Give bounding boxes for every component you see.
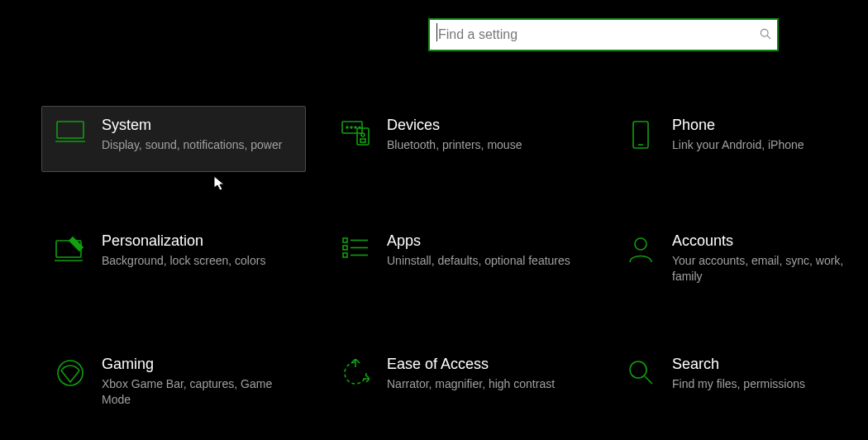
accounts-icon xyxy=(621,232,661,264)
settings-grid: System Display, sound, notifications, po… xyxy=(41,106,851,418)
tile-desc: Bluetooth, printers, mouse xyxy=(387,137,522,153)
search-input[interactable] xyxy=(430,27,754,42)
tile-title: Gaming xyxy=(102,356,293,373)
apps-icon xyxy=(336,232,375,261)
text-caret xyxy=(436,23,437,41)
personalization-icon xyxy=(50,232,90,262)
tile-accounts[interactable]: Accounts Your accounts, email, sync, wor… xyxy=(612,222,868,295)
tile-system[interactable]: System Display, sound, notifications, po… xyxy=(41,106,306,172)
svg-rect-2 xyxy=(57,122,83,138)
devices-icon xyxy=(336,117,375,148)
svg-point-6 xyxy=(351,127,352,128)
tile-devices[interactable]: Devices Bluetooth, printers, mouse xyxy=(327,106,591,172)
svg-rect-16 xyxy=(343,238,347,242)
tile-desc: Uninstall, defaults, optional features xyxy=(387,253,570,269)
tile-personalization[interactable]: Personalization Background, lock screen,… xyxy=(41,222,306,295)
tile-desc: Your accounts, email, sync, work, family xyxy=(672,253,864,285)
svg-point-10 xyxy=(361,133,365,136)
phone-icon xyxy=(621,117,661,150)
tile-ease-of-access[interactable]: Ease of Access Narrator, magnifier, high… xyxy=(327,345,591,418)
svg-line-1 xyxy=(767,36,770,39)
svg-rect-20 xyxy=(343,253,347,257)
svg-rect-18 xyxy=(343,246,347,250)
tile-desc: Xbox Game Bar, captures, Game Mode xyxy=(102,376,293,408)
tile-desc: Find my files, permissions xyxy=(672,376,805,392)
tile-title: Accounts xyxy=(672,232,864,250)
svg-point-24 xyxy=(630,361,646,378)
tile-desc: Narrator, magnifier, high contrast xyxy=(387,376,555,392)
tile-title: Devices xyxy=(387,117,522,134)
tile-title: Search xyxy=(672,356,805,373)
ease-of-access-icon xyxy=(336,356,375,387)
tile-desc: Link your Android, iPhone xyxy=(672,137,804,153)
tile-title: Apps xyxy=(387,232,570,250)
svg-line-25 xyxy=(645,376,652,384)
svg-point-0 xyxy=(761,29,768,36)
tile-title: Personalization xyxy=(102,232,265,250)
tile-phone[interactable]: Phone Link your Android, iPhone xyxy=(612,106,868,172)
gaming-icon xyxy=(50,356,90,387)
tile-search[interactable]: Search Find my files, permissions xyxy=(612,345,868,418)
svg-rect-12 xyxy=(633,122,648,148)
svg-point-5 xyxy=(346,127,348,128)
svg-point-22 xyxy=(635,238,646,250)
svg-rect-11 xyxy=(360,139,365,142)
search-tile-icon xyxy=(621,356,661,385)
tile-title: Ease of Access xyxy=(387,356,555,373)
tile-title: System xyxy=(102,117,282,134)
tile-desc: Background, lock screen, colors xyxy=(102,253,265,269)
settings-search[interactable] xyxy=(428,18,779,51)
search-icon xyxy=(754,28,777,42)
tile-desc: Display, sound, notifications, power xyxy=(102,137,282,153)
tile-title: Phone xyxy=(672,117,804,134)
tile-apps[interactable]: Apps Uninstall, defaults, optional featu… xyxy=(327,222,591,295)
system-icon xyxy=(50,117,90,145)
svg-point-7 xyxy=(355,127,356,128)
tile-gaming[interactable]: Gaming Xbox Game Bar, captures, Game Mod… xyxy=(41,345,306,418)
